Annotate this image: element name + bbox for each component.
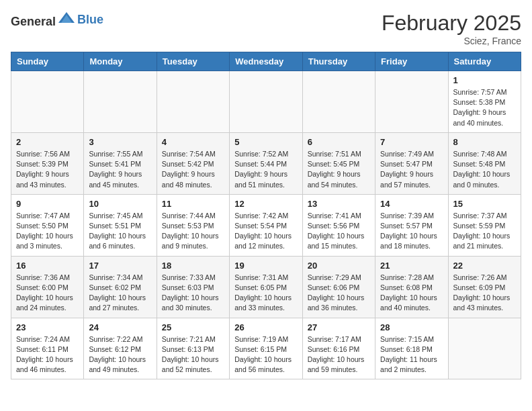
calendar-cell	[11, 71, 84, 133]
calendar-cell: 19Sunrise: 7:31 AMSunset: 6:05 PMDayligh…	[230, 256, 302, 318]
day-number: 2	[16, 137, 79, 147]
calendar-cell	[448, 318, 521, 379]
calendar-table: SundayMondayTuesdayWednesdayThursdayFrid…	[11, 52, 521, 379]
weekday-header-thursday: Thursday	[302, 52, 375, 71]
calendar-week-4: 16Sunrise: 7:36 AMSunset: 6:00 PMDayligh…	[11, 256, 521, 318]
title-section: February 2025 Sciez, France	[382, 11, 521, 46]
day-number: 13	[308, 199, 370, 209]
day-number: 27	[308, 322, 370, 332]
day-info: Sunrise: 7:22 AMSunset: 6:12 PMDaylight:…	[89, 334, 151, 375]
day-number: 12	[234, 199, 297, 209]
day-info: Sunrise: 7:31 AMSunset: 6:05 PMDaylight:…	[234, 273, 297, 314]
day-info: Sunrise: 7:37 AMSunset: 5:59 PMDaylight:…	[453, 211, 516, 252]
day-info: Sunrise: 7:36 AMSunset: 6:00 PMDaylight:…	[16, 273, 79, 314]
day-info: Sunrise: 7:52 AMSunset: 5:44 PMDaylight:…	[234, 149, 297, 190]
day-info: Sunrise: 7:55 AMSunset: 5:41 PMDaylight:…	[89, 149, 151, 190]
calendar-cell: 24Sunrise: 7:22 AMSunset: 6:12 PMDayligh…	[84, 318, 157, 379]
calendar-cell: 12Sunrise: 7:42 AMSunset: 5:54 PMDayligh…	[230, 194, 302, 256]
calendar-cell: 6Sunrise: 7:51 AMSunset: 5:45 PMDaylight…	[302, 132, 375, 194]
day-info: Sunrise: 7:28 AMSunset: 6:08 PMDaylight:…	[380, 273, 443, 314]
day-number: 19	[234, 261, 297, 271]
day-info: Sunrise: 7:15 AMSunset: 6:18 PMDaylight:…	[380, 334, 443, 375]
day-number: 18	[162, 261, 224, 271]
calendar-cell: 25Sunrise: 7:21 AMSunset: 6:13 PMDayligh…	[157, 318, 229, 379]
location-subtitle: Sciez, France	[382, 36, 521, 46]
calendar-header-row: SundayMondayTuesdayWednesdayThursdayFrid…	[11, 52, 521, 71]
day-info: Sunrise: 7:49 AMSunset: 5:47 PMDaylight:…	[380, 149, 443, 190]
day-number: 23	[16, 322, 79, 332]
day-info: Sunrise: 7:21 AMSunset: 6:13 PMDaylight:…	[162, 334, 224, 375]
weekday-header-sunday: Sunday	[11, 52, 84, 71]
calendar-cell: 14Sunrise: 7:39 AMSunset: 5:57 PMDayligh…	[375, 194, 448, 256]
calendar-cell: 1Sunrise: 7:57 AMSunset: 5:38 PMDaylight…	[448, 71, 521, 133]
calendar-cell	[375, 71, 448, 133]
month-title: February 2025	[382, 11, 521, 36]
day-info: Sunrise: 7:51 AMSunset: 5:45 PMDaylight:…	[308, 149, 370, 190]
day-number: 24	[89, 322, 151, 332]
calendar-cell: 21Sunrise: 7:28 AMSunset: 6:08 PMDayligh…	[375, 256, 448, 318]
day-number: 21	[380, 261, 443, 271]
day-info: Sunrise: 7:39 AMSunset: 5:57 PMDaylight:…	[380, 211, 443, 252]
day-number: 4	[162, 137, 224, 147]
calendar-cell: 11Sunrise: 7:44 AMSunset: 5:53 PMDayligh…	[157, 194, 229, 256]
day-info: Sunrise: 7:33 AMSunset: 6:03 PMDaylight:…	[162, 273, 224, 314]
day-number: 22	[453, 261, 516, 271]
day-number: 15	[453, 199, 516, 209]
calendar-week-1: 1Sunrise: 7:57 AMSunset: 5:38 PMDaylight…	[11, 71, 521, 133]
day-info: Sunrise: 7:17 AMSunset: 6:16 PMDaylight:…	[308, 334, 370, 375]
calendar-cell: 26Sunrise: 7:19 AMSunset: 6:15 PMDayligh…	[230, 318, 302, 379]
day-number: 16	[16, 261, 79, 271]
calendar-cell: 13Sunrise: 7:41 AMSunset: 5:56 PMDayligh…	[302, 194, 375, 256]
day-number: 28	[380, 322, 443, 332]
day-number: 8	[453, 137, 516, 147]
day-info: Sunrise: 7:57 AMSunset: 5:38 PMDaylight:…	[453, 87, 516, 128]
calendar-cell: 23Sunrise: 7:24 AMSunset: 6:11 PMDayligh…	[11, 318, 84, 379]
day-number: 3	[89, 137, 151, 147]
day-number: 26	[234, 322, 297, 332]
day-info: Sunrise: 7:44 AMSunset: 5:53 PMDaylight:…	[162, 211, 224, 252]
day-number: 6	[308, 137, 370, 147]
day-info: Sunrise: 7:29 AMSunset: 6:06 PMDaylight:…	[308, 273, 370, 314]
day-number: 17	[89, 261, 151, 271]
day-info: Sunrise: 7:34 AMSunset: 6:02 PMDaylight:…	[89, 273, 151, 314]
calendar-cell: 18Sunrise: 7:33 AMSunset: 6:03 PMDayligh…	[157, 256, 229, 318]
weekday-header-friday: Friday	[375, 52, 448, 71]
calendar-cell	[157, 71, 229, 133]
day-info: Sunrise: 7:41 AMSunset: 5:56 PMDaylight:…	[308, 211, 370, 252]
calendar-week-2: 2Sunrise: 7:56 AMSunset: 5:39 PMDaylight…	[11, 132, 521, 194]
weekday-header-wednesday: Wednesday	[230, 52, 302, 71]
day-number: 9	[16, 199, 79, 209]
day-info: Sunrise: 7:56 AMSunset: 5:39 PMDaylight:…	[16, 149, 79, 190]
calendar-cell: 15Sunrise: 7:37 AMSunset: 5:59 PMDayligh…	[448, 194, 521, 256]
calendar-cell: 22Sunrise: 7:26 AMSunset: 6:09 PMDayligh…	[448, 256, 521, 318]
day-number: 14	[380, 199, 443, 209]
day-info: Sunrise: 7:26 AMSunset: 6:09 PMDaylight:…	[453, 273, 516, 314]
calendar-cell: 16Sunrise: 7:36 AMSunset: 6:00 PMDayligh…	[11, 256, 84, 318]
day-info: Sunrise: 7:24 AMSunset: 6:11 PMDaylight:…	[16, 334, 79, 375]
day-info: Sunrise: 7:19 AMSunset: 6:15 PMDaylight:…	[234, 334, 297, 375]
logo: General Blue	[11, 11, 103, 29]
day-number: 20	[308, 261, 370, 271]
day-number: 10	[89, 199, 151, 209]
calendar-cell: 28Sunrise: 7:15 AMSunset: 6:18 PMDayligh…	[375, 318, 448, 379]
day-number: 7	[380, 137, 443, 147]
day-number: 5	[234, 137, 297, 147]
weekday-header-tuesday: Tuesday	[157, 52, 229, 71]
calendar-week-5: 23Sunrise: 7:24 AMSunset: 6:11 PMDayligh…	[11, 318, 521, 379]
page-header: General Blue February 2025 Sciez, France	[11, 11, 521, 46]
day-number: 11	[162, 199, 224, 209]
logo-icon	[57, 11, 76, 26]
calendar-cell	[230, 71, 302, 133]
logo-general: General	[11, 15, 56, 28]
calendar-cell: 8Sunrise: 7:48 AMSunset: 5:48 PMDaylight…	[448, 132, 521, 194]
calendar-week-3: 9Sunrise: 7:47 AMSunset: 5:50 PMDaylight…	[11, 194, 521, 256]
calendar-cell	[302, 71, 375, 133]
calendar-cell: 17Sunrise: 7:34 AMSunset: 6:02 PMDayligh…	[84, 256, 157, 318]
weekday-header-monday: Monday	[84, 52, 157, 71]
day-info: Sunrise: 7:45 AMSunset: 5:51 PMDaylight:…	[89, 211, 151, 252]
calendar-cell: 2Sunrise: 7:56 AMSunset: 5:39 PMDaylight…	[11, 132, 84, 194]
calendar-cell: 7Sunrise: 7:49 AMSunset: 5:47 PMDaylight…	[375, 132, 448, 194]
calendar-cell: 5Sunrise: 7:52 AMSunset: 5:44 PMDaylight…	[230, 132, 302, 194]
calendar-cell: 10Sunrise: 7:45 AMSunset: 5:51 PMDayligh…	[84, 194, 157, 256]
logo-blue: Blue	[77, 13, 103, 26]
